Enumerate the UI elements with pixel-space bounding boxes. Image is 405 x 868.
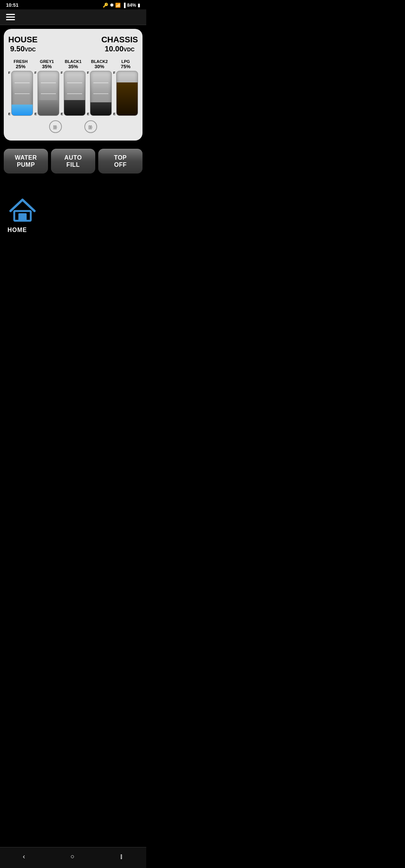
house-battery: HOUSE 9.50VDC [8,35,38,53]
battery-icon: ▮ [138,3,140,8]
home-icon [8,197,38,223]
status-icons: 🔑 ✱ 📶 ▐ 84% ▮ [103,3,140,8]
heat-icons-row [8,120,138,133]
tank-black1-label: BLACK1 [65,59,82,64]
tank-black2-label: BLACK2 [91,59,108,64]
hamburger-menu[interactable] [6,14,140,20]
battery-percent: 84% [127,3,136,8]
tank-grey1-label: GREY1 [40,59,54,64]
main-panel: HOUSE 9.50VDC CHASSIS 10.00VDC FRESH 25%… [4,29,142,141]
tank-black2-fill [90,102,111,115]
tank-fresh-fill [12,105,33,116]
tank-lpg-body [116,71,138,116]
auto-fill-button[interactable]: AUTO FILL [51,149,95,174]
buttons-section: WATER PUMP AUTO FILL TOP OFF [0,144,146,178]
tank-black2-gauge: F E [87,71,112,116]
key-icon: 🔑 [103,3,108,8]
chassis-battery: CHASSIS 10.00VDC [101,35,138,53]
house-label: HOUSE [8,35,38,45]
tanks-section: FRESH 25% F E GREY1 35% [8,59,138,116]
tank-grey1: GREY1 35% F E [34,59,59,116]
tank-fresh-percent: 25% [16,64,26,69]
chassis-value: 10.00VDC [101,45,138,53]
battery-section: HOUSE 9.50VDC CHASSIS 10.00VDC [8,35,138,53]
tank-lpg-fill [117,82,138,116]
tank-black2-percent: 30% [94,64,104,69]
tank-grey1-body [38,71,59,116]
status-bar: 10:51 🔑 ✱ 📶 ▐ 84% ▮ [0,0,146,9]
tank-grey1-percent: 35% [42,64,52,69]
menu-bar [0,9,146,25]
tank-fresh-gauge: F E [8,71,33,116]
tank-lpg: LPG 75% F E [113,59,138,116]
svg-rect-3 [18,213,27,221]
hamburger-line-3 [6,19,15,20]
home-label: HOME [8,227,27,233]
heat-icon-2[interactable] [84,120,97,133]
water-pump-button[interactable]: WATER PUMP [4,149,48,174]
chassis-label: CHASSIS [101,35,138,45]
tank-lpg-label: LPG [122,59,130,64]
tank-fresh-body [11,71,33,116]
tank-black2-body [90,71,112,116]
tank-black1-fill [64,100,85,115]
home-section: HOME [0,186,146,245]
tank-black1-percent: 35% [68,64,78,69]
tank-lpg-gauge: F E [113,71,138,116]
tank-black2: BLACK2 30% F E [87,59,112,116]
tank-grey1-gauge: F E [34,71,59,116]
tank-grey1-fill [38,100,59,115]
bluetooth-icon: ✱ [110,3,114,8]
tank-lpg-percent: 75% [121,64,130,69]
wifi-icon: 📶 [115,3,121,8]
tank-fresh: FRESH 25% F E [8,59,33,116]
heat-icon-1[interactable] [49,120,62,133]
house-value: 9.50VDC [8,45,38,53]
hamburger-line-2 [6,16,15,18]
home-icon-wrap[interactable] [8,197,38,224]
tank-black1-body [64,71,86,116]
top-off-button[interactable]: TOP OFF [98,149,142,174]
tank-fresh-label: FRESH [14,59,27,64]
hamburger-line-1 [6,14,15,15]
tank-black1: BLACK1 35% F E [61,59,86,116]
tank-black1-gauge: F E [61,71,86,116]
signal-icon: ▐ [122,3,126,8]
status-time: 10:51 [6,2,18,8]
